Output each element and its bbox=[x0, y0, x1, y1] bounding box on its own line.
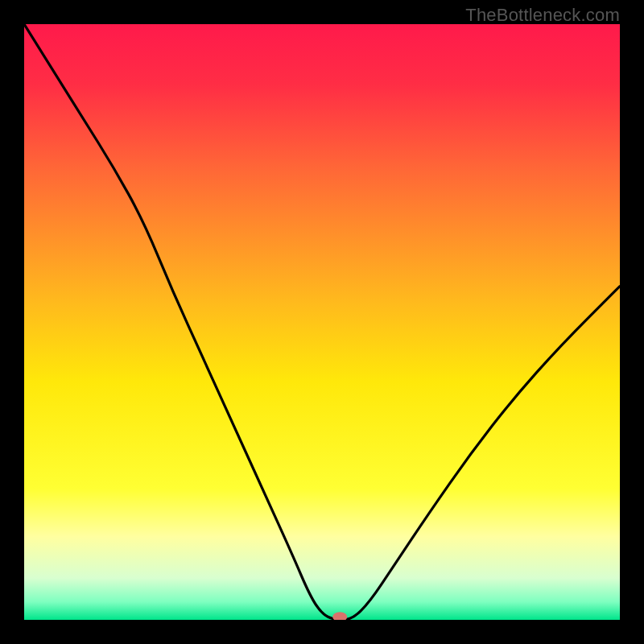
gradient-background bbox=[24, 24, 620, 620]
chart-frame: TheBottleneck.com bbox=[0, 0, 644, 644]
bottleneck-chart bbox=[24, 24, 620, 620]
watermark-text: TheBottleneck.com bbox=[465, 5, 620, 26]
